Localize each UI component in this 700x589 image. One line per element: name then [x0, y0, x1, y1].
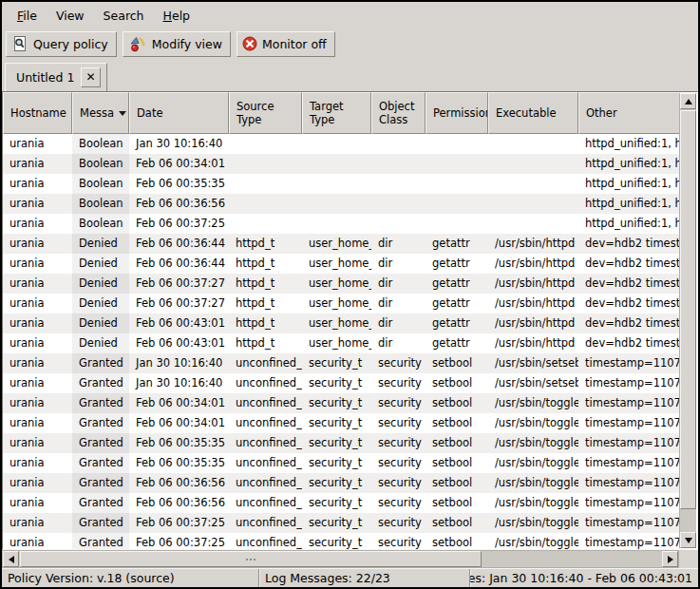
- cell-other: httpd_unified:1, h: [578, 154, 680, 174]
- horizontal-scrollbar[interactable]: [2, 550, 679, 568]
- table-row[interactable]: uraniaBooleanFeb 06 00:36:56httpd_unifie…: [3, 194, 680, 214]
- query-policy-label: Query policy: [33, 37, 108, 51]
- monitor-off-button[interactable]: Monitor off: [236, 31, 335, 57]
- cell-target_type: user_home_: [302, 234, 371, 254]
- column-header-label: Hostname: [10, 106, 66, 120]
- cell-other: dev=hdb2 timesta: [578, 333, 680, 353]
- cell-object_class: dir: [371, 314, 426, 333]
- table-row[interactable]: uraniaBooleanFeb 06 00:34:01httpd_unifie…: [3, 154, 680, 174]
- table-row[interactable]: uraniaBooleanFeb 06 00:37:25httpd_unifie…: [3, 214, 680, 234]
- cell-source_type: [229, 174, 302, 194]
- table-row[interactable]: uraniaDeniedFeb 06 00:36:44httpd_tuser_h…: [3, 254, 680, 274]
- cell-message: Boolean: [72, 194, 129, 214]
- cell-message: Denied: [72, 254, 129, 274]
- menu-bar: File View Search Help: [2, 2, 698, 28]
- cell-message: Denied: [72, 333, 129, 353]
- cell-target_type: [302, 174, 371, 194]
- table-row[interactable]: uraniaDeniedFeb 06 00:37:27httpd_tuser_h…: [3, 294, 680, 314]
- cell-source_type: unconfined_: [229, 433, 302, 453]
- cell-permission: [426, 134, 488, 154]
- table-row[interactable]: uraniaGrantedJan 30 10:16:40unconfined_s…: [3, 353, 680, 373]
- cell-other: dev=hdb2 timesta: [578, 234, 680, 254]
- cell-object_class: security: [371, 433, 426, 453]
- cell-permission: setbool: [426, 453, 488, 473]
- cell-executable: /usr/sbin/toggle: [488, 413, 578, 433]
- column-header-source_type[interactable]: Source Type: [229, 92, 302, 134]
- cell-hostname: urania: [3, 513, 72, 533]
- cell-source_type: httpd_t: [229, 314, 302, 333]
- cell-date: Feb 06 00:43:01: [129, 333, 229, 353]
- cell-target_type: security_t: [302, 413, 371, 433]
- cell-executable: /usr/sbin/httpd: [488, 234, 578, 254]
- scroll-up-button[interactable]: [680, 93, 696, 109]
- tab-close-button[interactable]: ✕: [81, 67, 101, 87]
- cell-target_type: [302, 134, 371, 154]
- cell-hostname: urania: [3, 533, 72, 549]
- cell-executable: /usr/sbin/toggle: [488, 493, 578, 513]
- cell-executable: /usr/sbin/httpd: [488, 314, 578, 333]
- column-header-object_class[interactable]: Object Class: [371, 92, 426, 134]
- table-row[interactable]: uraniaGrantedFeb 06 00:34:01unconfined_s…: [3, 393, 680, 413]
- menu-help[interactable]: Help: [154, 5, 200, 27]
- scroll-right-button[interactable]: [662, 551, 678, 567]
- cell-object_class: security: [371, 473, 426, 493]
- query-policy-button[interactable]: Query policy: [6, 31, 117, 57]
- table-row[interactable]: uraniaGrantedFeb 06 00:36:56unconfined_s…: [3, 493, 680, 513]
- table-row[interactable]: uraniaGrantedFeb 06 00:37:25unconfined_s…: [3, 513, 680, 533]
- cell-target_type: [302, 194, 371, 214]
- column-header-target_type[interactable]: Target Type: [302, 92, 371, 134]
- table-row[interactable]: uraniaDeniedFeb 06 00:37:27httpd_tuser_h…: [3, 274, 680, 294]
- cell-object_class: security: [371, 413, 426, 433]
- column-header-label: Executable: [496, 106, 557, 120]
- vertical-scrollbar-thumb[interactable]: [680, 110, 696, 509]
- table-row[interactable]: uraniaDeniedFeb 06 00:43:01httpd_tuser_h…: [3, 314, 680, 333]
- cell-date: Feb 06 00:36:44: [129, 234, 229, 254]
- horizontal-scrollbar-thumb[interactable]: [20, 551, 482, 567]
- menu-view[interactable]: View: [47, 5, 94, 27]
- dates-status: Dates: Jan 30 10:16:40 - Feb 06 00:43:01: [469, 569, 698, 587]
- table-row[interactable]: uraniaGrantedFeb 06 00:35:35unconfined_s…: [3, 433, 680, 453]
- cell-executable: [488, 174, 578, 194]
- scroll-left-button[interactable]: [3, 551, 19, 567]
- cell-permission: setbool: [426, 433, 488, 453]
- column-header-executable[interactable]: Executable: [488, 92, 578, 134]
- cell-date: Feb 06 00:36:56: [129, 473, 229, 493]
- modify-view-button[interactable]: Modify view: [123, 31, 231, 57]
- arrow-left-icon: [9, 556, 14, 563]
- cell-date: Feb 06 00:43:01: [129, 314, 229, 333]
- cell-target_type: security_t: [302, 373, 371, 393]
- menu-search[interactable]: Search: [94, 5, 154, 27]
- column-header-permission[interactable]: Permission: [426, 92, 488, 134]
- cell-source_type: httpd_t: [229, 234, 302, 254]
- tab-untitled-1[interactable]: Untitled 1 ✕: [5, 63, 107, 91]
- table-row[interactable]: uraniaGrantedFeb 06 00:34:01unconfined_s…: [3, 413, 680, 433]
- cell-permission: [426, 154, 488, 174]
- cell-hostname: urania: [3, 473, 72, 493]
- cell-object_class: security: [371, 393, 426, 413]
- column-header-message[interactable]: Messa: [72, 92, 129, 134]
- table-row[interactable]: uraniaGrantedJan 30 10:16:40unconfined_s…: [3, 373, 680, 393]
- table-row[interactable]: uraniaGrantedFeb 06 00:36:56unconfined_s…: [3, 473, 680, 493]
- table-row[interactable]: uraniaBooleanFeb 06 00:35:35httpd_unifie…: [3, 174, 680, 194]
- cell-source_type: [229, 194, 302, 214]
- table-row[interactable]: uraniaDeniedFeb 06 00:43:01httpd_tuser_h…: [3, 333, 680, 353]
- cell-permission: setbool: [426, 353, 488, 373]
- cell-other: httpd_unified:1, h: [578, 134, 680, 154]
- cell-message: Granted: [72, 413, 129, 433]
- table-row[interactable]: uraniaBooleanJan 30 10:16:40httpd_unifie…: [3, 134, 680, 154]
- column-header-date[interactable]: Date: [129, 92, 229, 134]
- cell-object_class: security: [371, 353, 426, 373]
- table-row[interactable]: uraniaGrantedFeb 06 00:35:35unconfined_s…: [3, 453, 680, 473]
- table-row[interactable]: uraniaDeniedFeb 06 00:36:44httpd_tuser_h…: [3, 234, 680, 254]
- cell-source_type: unconfined_: [229, 353, 302, 373]
- column-header-hostname[interactable]: Hostname: [3, 92, 72, 134]
- menu-file[interactable]: File: [8, 5, 47, 27]
- scroll-down-button[interactable]: [680, 532, 696, 548]
- cell-message: Denied: [72, 294, 129, 314]
- cell-source_type: unconfined_: [229, 453, 302, 473]
- vertical-scrollbar[interactable]: [679, 93, 696, 548]
- cell-object_class: security: [371, 373, 426, 393]
- cell-message: Granted: [72, 493, 129, 513]
- column-header-other[interactable]: Other: [578, 92, 680, 134]
- table-row[interactable]: uraniaGrantedFeb 06 00:37:25unconfined_s…: [3, 533, 680, 549]
